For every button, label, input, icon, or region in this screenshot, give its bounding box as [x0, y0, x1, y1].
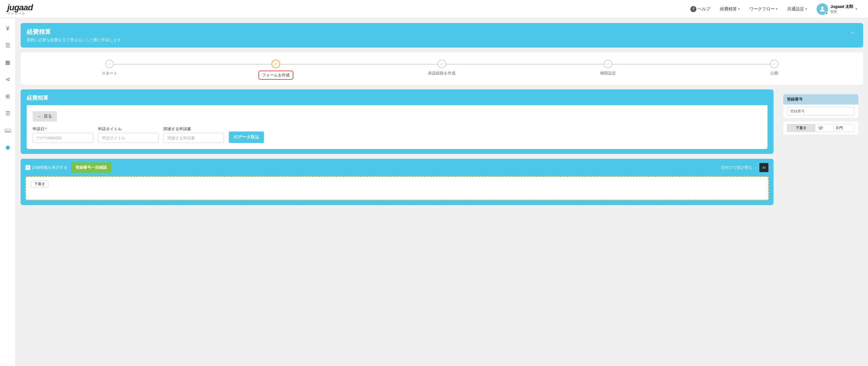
- status-cell: 下書き: [787, 124, 815, 132]
- reg-number-header: 登録番号: [783, 94, 858, 105]
- count-value-cell: 0 円: [834, 124, 855, 132]
- reg-number-input[interactable]: [787, 107, 855, 115]
- stepper: ✓ スタート ✓ フォームを作成 ✓ 承認経路を作成 ✓: [27, 60, 857, 80]
- table-row: 下書き ↑計 0 円: [787, 124, 855, 132]
- help-nav-item[interactable]: ? ヘルプ: [687, 4, 714, 14]
- lower-content: 経費精算 ← 戻る 申請日*: [21, 89, 863, 205]
- step-form: ✓ フォームを作成: [193, 60, 359, 80]
- user-avatar-icon: [819, 5, 826, 13]
- step-permission-label: 権限設定: [600, 71, 616, 76]
- step-start-circle: ✓: [105, 60, 114, 68]
- back-arrow-icon: ←: [37, 114, 42, 119]
- ai-icon[interactable]: AI: [759, 163, 769, 172]
- user-info: Jugaad 太郎 部長: [831, 4, 853, 14]
- sidebar-icon-calendar[interactable]: ▦: [2, 57, 13, 68]
- header-card: 経費精算 業務に必要な経費を立て替え払いした際に申請します ←: [21, 23, 863, 48]
- logo-sub: ジュガール: [7, 11, 25, 16]
- step-approval-circle: ✓: [438, 60, 446, 68]
- right-panel: 登録番号 下書き ↑計 0 円: [778, 89, 863, 205]
- detail-checkbox-label: 詳細情報を表示する: [32, 165, 67, 170]
- settings-chevron-icon: ▾: [805, 7, 807, 10]
- expense-nav-item[interactable]: 経費精算 ▾: [716, 4, 743, 13]
- detail-checkbox[interactable]: ✓: [25, 165, 30, 170]
- ic-data-button[interactable]: ICデータ取込: [229, 132, 264, 143]
- related-label: 関連する申請書: [163, 126, 224, 132]
- detail-header: ✓ 詳細情報を表示する 登録番号一括確認 日付けで並び替え ↑ AI: [21, 159, 774, 176]
- nav-items: ? ヘルプ 経費精算 ▾ ワークフロー ▾ 共通設定 ▾: [687, 2, 861, 16]
- sort-area: 日付けで並び替え ↑ AI: [721, 163, 769, 172]
- step-form-active-box: フォームを作成: [258, 71, 293, 80]
- form-section-title: 経費精算: [27, 94, 768, 102]
- sidebar: ¥ ☰ ▦ ⊲ ⊞ ☰ 📖 ◉: [0, 18, 16, 366]
- status-table: 下書き ↑計 0 円: [787, 124, 855, 132]
- left-content: 経費精算 ← 戻る 申請日*: [21, 89, 774, 205]
- sidebar-icon-doc[interactable]: ☰: [2, 108, 13, 119]
- status-table-body: 下書き ↑計 0 円: [783, 121, 858, 135]
- title-form-group: 申請タイトル: [98, 126, 159, 143]
- help-label: ヘルプ: [698, 6, 710, 12]
- sidebar-icon-book[interactable]: 📖: [2, 125, 13, 136]
- settings-nav-item[interactable]: 共通設定 ▾: [783, 4, 810, 13]
- step-start-label: スタート: [102, 71, 117, 76]
- back-btn-label: 戻る: [43, 114, 52, 119]
- expense-label: 経費精算: [720, 6, 737, 12]
- expense-chevron-icon: ▾: [738, 7, 740, 10]
- sidebar-icon-grid[interactable]: ⊞: [2, 91, 13, 102]
- header-card-subtitle: 業務に必要な経費を立て替え払いした際に申請します: [27, 37, 121, 43]
- workflow-chevron-icon: ▾: [776, 7, 777, 10]
- step-approval-label: 承認経路を作成: [428, 71, 456, 76]
- main-content: 経費精算 業務に必要な経費を立て替え払いした際に申請します ← ✓ スタート ✓…: [16, 18, 868, 366]
- workflow-nav-item[interactable]: ワークフロー ▾: [746, 4, 781, 13]
- step-publish: ✓ 公開: [691, 60, 857, 76]
- status-table-section: 下書き ↑計 0 円: [783, 121, 858, 135]
- sidebar-icon-yen[interactable]: ¥: [2, 23, 13, 34]
- sort-direction-icon: ↑: [755, 165, 757, 170]
- sidebar-icon-list[interactable]: ☰: [2, 40, 13, 51]
- step-permission: ✓ 権限設定: [525, 60, 691, 76]
- title-label: 申請タイトル: [98, 126, 159, 132]
- detail-section: ✓ 詳細情報を表示する 登録番号一括確認 日付けで並び替え ↑ AI: [21, 159, 774, 205]
- back-button[interactable]: ← 戻る: [33, 111, 57, 121]
- header-back-button[interactable]: ←: [849, 28, 857, 37]
- step-start: ✓ スタート: [27, 60, 193, 76]
- step-permission-circle: ✓: [604, 60, 612, 68]
- date-required-mark: *: [45, 126, 46, 131]
- reg-confirm-button[interactable]: 登録番号一括確認: [71, 162, 111, 173]
- count-label-cell: ↑計: [815, 124, 834, 132]
- top-navigation: jugaad ジュガール ? ヘルプ 経費精算 ▾ ワークフロー ▾ 共通設定 …: [0, 0, 868, 18]
- step-approval: ✓ 承認経路を作成: [359, 60, 525, 76]
- user-area[interactable]: Jugaad 太郎 部長 ▾: [813, 2, 861, 16]
- step-publish-circle: ✓: [770, 60, 778, 68]
- related-form-group: 関連する申請書: [163, 126, 224, 143]
- sidebar-icon-person[interactable]: ◉: [2, 142, 13, 153]
- form-inner-card: ← 戻る 申請日* 申請タイトル: [27, 105, 768, 149]
- user-chevron-icon: ▾: [856, 7, 857, 10]
- form-section: 経費精算 ← 戻る 申請日*: [21, 89, 774, 154]
- help-icon: ?: [690, 6, 696, 12]
- draft-tag: 下書き: [31, 180, 49, 188]
- checkbox-check-icon: ✓: [26, 165, 29, 170]
- date-label: 申請日*: [33, 126, 93, 132]
- workflow-label: ワークフロー: [749, 6, 775, 12]
- step-publish-label: 公開: [770, 71, 778, 76]
- related-input[interactable]: [163, 133, 224, 143]
- online-status-dot: [825, 12, 828, 15]
- title-input[interactable]: [98, 133, 159, 143]
- user-name: Jugaad 太郎: [831, 4, 853, 9]
- date-input[interactable]: [33, 133, 93, 143]
- draft-card-body: [31, 190, 763, 196]
- header-card-title: 経費精算: [27, 28, 121, 36]
- main-layout: ¥ ☰ ▦ ⊲ ⊞ ☰ 📖 ◉ 経費精算 業務に必要な経費を立て替え払いした際に…: [0, 18, 868, 366]
- reg-number-body: [783, 105, 858, 118]
- reg-number-section: 登録番号: [783, 94, 858, 118]
- sidebar-icon-share[interactable]: ⊲: [2, 74, 13, 85]
- form-row: 申請日* 申請タイトル 関連する申請書: [33, 126, 762, 143]
- draft-card: 下書き: [25, 176, 769, 200]
- step-form-label: フォームを作成: [262, 73, 290, 78]
- svg-point-0: [821, 7, 824, 9]
- logo-area: jugaad ジュガール: [7, 3, 33, 16]
- settings-label: 共通設定: [787, 6, 804, 12]
- date-form-group: 申請日*: [33, 126, 93, 143]
- header-card-info: 経費精算 業務に必要な経費を立て替え払いした際に申請します: [27, 28, 121, 43]
- sort-label: 日付けで並び替え: [721, 165, 752, 170]
